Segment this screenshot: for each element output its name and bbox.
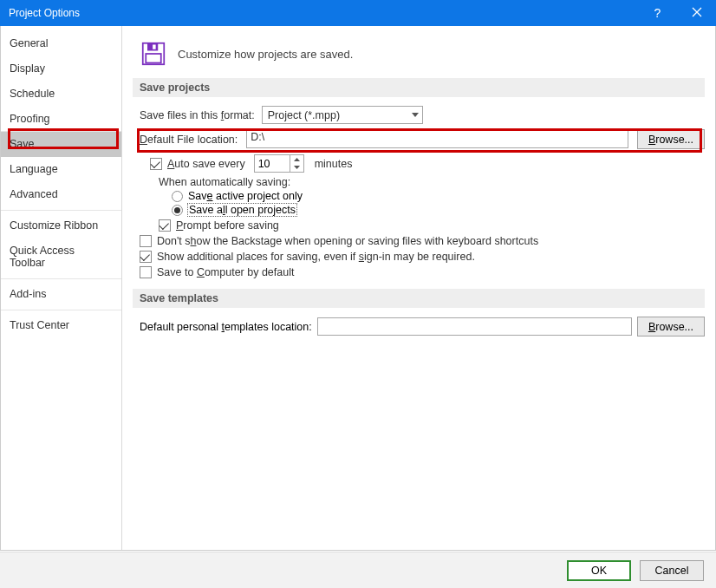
sidebar-item-general[interactable]: General	[1, 31, 121, 56]
help-button[interactable]: ?	[638, 0, 677, 26]
hero-text: Customize how projects are saved.	[178, 48, 353, 61]
sidebar-divider	[1, 278, 121, 279]
row-radio-all: Save all open projects	[172, 204, 705, 216]
hero: Customize how projects are saved.	[141, 42, 705, 66]
radio-save-active-label: Save active project only	[188, 190, 303, 202]
sidebar-item-advanced[interactable]: Advanced	[1, 182, 121, 207]
ok-button[interactable]: OK	[567, 560, 631, 581]
row-default-location: Default File location: D:\ Browse...	[140, 129, 705, 149]
autosave-interval-spinner[interactable]	[254, 154, 304, 173]
row-save-format: Save files in this format: Project (*.mp…	[140, 106, 705, 124]
save-format-combo[interactable]: Project (*.mpp)	[262, 106, 423, 124]
autosave-label: Auto save every	[167, 158, 245, 170]
cancel-button[interactable]: Cancel	[640, 560, 704, 581]
svg-rect-3	[146, 54, 161, 63]
section-save-templates: Save templates	[133, 289, 705, 308]
sidebar-item-language[interactable]: Language	[1, 157, 121, 182]
sidebar-item-trust-center[interactable]: Trust Center	[1, 313, 121, 338]
help-icon: ?	[654, 6, 661, 20]
dialog-body: General Display Schedule Proofing Save L…	[0, 26, 716, 551]
sidebar-item-proofing[interactable]: Proofing	[1, 107, 121, 132]
row-autosave: Auto save every minutes	[150, 154, 705, 173]
sidebar-item-addins[interactable]: Add-ins	[1, 282, 121, 307]
row-computer: Save to Computer by default	[140, 266, 705, 278]
autosave-interval-input[interactable]	[255, 155, 290, 172]
default-location-label: Default File location:	[140, 134, 238, 146]
templates-location-label: Default personal templates location:	[140, 321, 312, 333]
svg-rect-2	[153, 45, 156, 49]
templates-location-input[interactable]	[317, 317, 632, 336]
sidebar-item-display[interactable]: Display	[1, 56, 121, 82]
close-button[interactable]	[677, 0, 716, 26]
sidebar-item-quick-access[interactable]: Quick Access Toolbar	[1, 238, 121, 276]
row-additional: Show additional places for saving, even …	[140, 251, 705, 263]
radio-save-active[interactable]	[172, 191, 183, 202]
chevron-down-icon	[412, 113, 419, 117]
sidebar-item-customize-ribbon[interactable]: Customize Ribbon	[1, 213, 121, 238]
row-templates-location: Default personal templates location: Bro…	[140, 317, 705, 336]
section-save-projects: Save projects	[133, 78, 705, 97]
additional-checkbox[interactable]	[140, 251, 152, 263]
save-format-label: Save files in this format:	[140, 109, 255, 121]
content-panel: Customize how projects are saved. Save p…	[122, 26, 715, 550]
sidebar-item-schedule[interactable]: Schedule	[1, 82, 121, 107]
prompt-label: Prompt before saving	[176, 219, 279, 232]
prompt-checkbox[interactable]	[159, 219, 171, 232]
close-icon	[692, 7, 702, 20]
sidebar-item-save[interactable]: Save	[1, 132, 121, 157]
radio-save-all[interactable]	[172, 205, 183, 216]
sidebar: General Display Schedule Proofing Save L…	[1, 26, 122, 550]
backstage-checkbox[interactable]	[140, 235, 152, 247]
window-title: Project Options	[9, 7, 638, 19]
row-prompt: Prompt before saving	[159, 219, 705, 232]
row-backstage: Don't show the Backstage when opening or…	[140, 235, 705, 247]
save-format-value: Project (*.mpp)	[268, 109, 340, 121]
row-radio-active: Save active project only	[172, 190, 705, 202]
radio-save-all-label: Save all open projects	[188, 204, 296, 216]
dialog-footer: OK Cancel	[0, 552, 716, 588]
titlebar: Project Options ?	[0, 0, 716, 26]
sidebar-divider	[1, 310, 121, 310]
browse-default-location-button[interactable]: Browse...	[637, 129, 705, 149]
additional-label: Show additional places for saving, even …	[157, 251, 475, 263]
autosave-checkbox[interactable]	[150, 158, 162, 170]
spinner-down[interactable]	[290, 164, 303, 173]
browse-templates-button[interactable]: Browse...	[637, 317, 705, 336]
backstage-label: Don't show the Backstage when opening or…	[157, 235, 538, 247]
default-location-input[interactable]: D:\	[246, 130, 628, 148]
computer-checkbox[interactable]	[140, 266, 152, 278]
save-icon	[141, 42, 166, 66]
computer-label: Save to Computer by default	[157, 266, 294, 278]
when-auto-saving-label: When automatically saving:	[159, 176, 705, 188]
sidebar-divider	[1, 210, 121, 211]
minutes-label: minutes	[315, 158, 353, 170]
spinner-up[interactable]	[290, 155, 303, 164]
